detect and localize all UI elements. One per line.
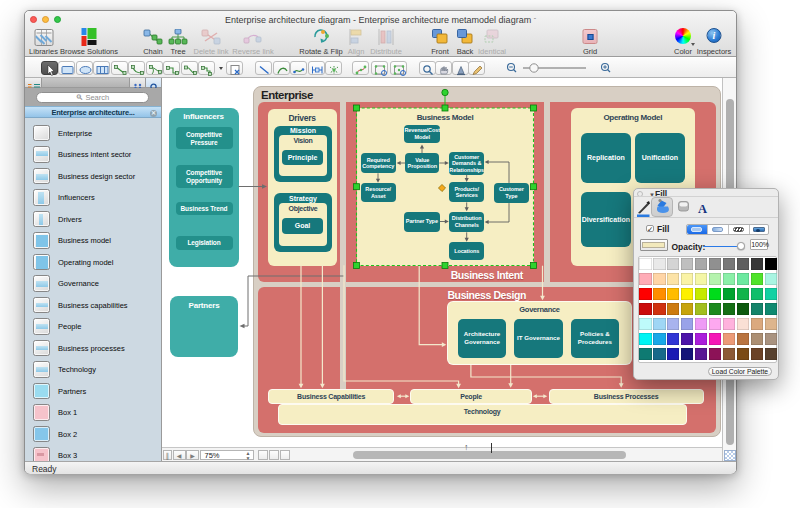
- svg-text:A: A: [698, 201, 707, 215]
